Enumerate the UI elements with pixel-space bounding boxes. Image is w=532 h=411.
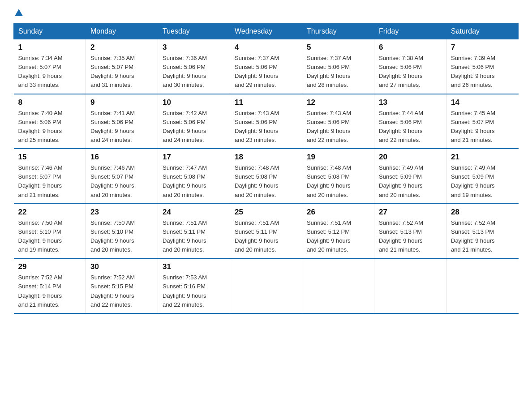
- day-number: 15: [18, 153, 82, 162]
- day-number: 13: [379, 98, 442, 107]
- day-cell: 10 Sunrise: 7:42 AM Sunset: 5:06 PM Dayl…: [158, 94, 230, 149]
- day-number: 30: [90, 262, 153, 271]
- week-row-5: 29 Sunrise: 7:52 AM Sunset: 5:14 PM Dayl…: [14, 258, 519, 313]
- page-header: [13, 9, 519, 16]
- day-number: 7: [451, 43, 514, 52]
- day-cell: 18 Sunrise: 7:48 AM Sunset: 5:08 PM Dayl…: [230, 149, 302, 204]
- day-info: Sunrise: 7:52 AM Sunset: 5:15 PM Dayligh…: [90, 273, 153, 309]
- day-info: Sunrise: 7:37 AM Sunset: 5:06 PM Dayligh…: [235, 54, 297, 90]
- header-saturday: Saturday: [446, 24, 519, 39]
- day-info: Sunrise: 7:43 AM Sunset: 5:06 PM Dayligh…: [307, 109, 369, 145]
- day-cell: 25 Sunrise: 7:51 AM Sunset: 5:11 PM Dayl…: [230, 204, 302, 259]
- day-cell: 20 Sunrise: 7:49 AM Sunset: 5:09 PM Dayl…: [374, 149, 446, 204]
- day-cell: 30 Sunrise: 7:52 AM Sunset: 5:15 PM Dayl…: [86, 258, 158, 313]
- day-number: 26: [307, 208, 369, 217]
- day-info: Sunrise: 7:45 AM Sunset: 5:07 PM Dayligh…: [451, 109, 514, 145]
- day-number: 29: [18, 262, 82, 271]
- day-cell: 2 Sunrise: 7:35 AM Sunset: 5:07 PM Dayli…: [86, 39, 158, 94]
- day-cell: 7 Sunrise: 7:39 AM Sunset: 5:06 PM Dayli…: [446, 39, 519, 94]
- day-cell: 11 Sunrise: 7:43 AM Sunset: 5:06 PM Dayl…: [230, 94, 302, 149]
- day-number: 23: [90, 208, 153, 217]
- day-info: Sunrise: 7:52 AM Sunset: 5:13 PM Dayligh…: [451, 218, 514, 255]
- day-number: 27: [379, 208, 442, 217]
- header-sunday: Sunday: [14, 24, 86, 39]
- day-cell: [230, 258, 302, 313]
- day-info: Sunrise: 7:43 AM Sunset: 5:06 PM Dayligh…: [235, 109, 297, 145]
- day-number: 17: [163, 153, 225, 162]
- day-number: 28: [451, 208, 514, 217]
- header-wednesday: Wednesday: [230, 24, 302, 39]
- day-info: Sunrise: 7:51 AM Sunset: 5:11 PM Dayligh…: [163, 218, 225, 255]
- day-cell: 6 Sunrise: 7:38 AM Sunset: 5:06 PM Dayli…: [374, 39, 446, 94]
- week-row-1: 1 Sunrise: 7:34 AM Sunset: 5:07 PM Dayli…: [14, 39, 519, 94]
- day-cell: 9 Sunrise: 7:41 AM Sunset: 5:06 PM Dayli…: [86, 94, 158, 149]
- day-cell: 12 Sunrise: 7:43 AM Sunset: 5:06 PM Dayl…: [302, 94, 374, 149]
- day-cell: [374, 258, 446, 313]
- header-monday: Monday: [86, 24, 158, 39]
- day-cell: 15 Sunrise: 7:46 AM Sunset: 5:07 PM Dayl…: [14, 149, 86, 204]
- day-cell: 16 Sunrise: 7:46 AM Sunset: 5:07 PM Dayl…: [86, 149, 158, 204]
- day-number: 5: [307, 43, 369, 52]
- logo: [13, 9, 23, 16]
- day-number: 2: [90, 43, 153, 52]
- week-row-3: 15 Sunrise: 7:46 AM Sunset: 5:07 PM Dayl…: [14, 149, 519, 204]
- day-cell: 22 Sunrise: 7:50 AM Sunset: 5:10 PM Dayl…: [14, 204, 86, 259]
- day-info: Sunrise: 7:37 AM Sunset: 5:06 PM Dayligh…: [307, 54, 369, 90]
- day-info: Sunrise: 7:49 AM Sunset: 5:09 PM Dayligh…: [379, 163, 442, 200]
- day-info: Sunrise: 7:48 AM Sunset: 5:08 PM Dayligh…: [307, 163, 369, 200]
- day-info: Sunrise: 7:36 AM Sunset: 5:06 PM Dayligh…: [163, 54, 225, 90]
- week-row-2: 8 Sunrise: 7:40 AM Sunset: 5:06 PM Dayli…: [14, 94, 519, 149]
- day-info: Sunrise: 7:42 AM Sunset: 5:06 PM Dayligh…: [163, 109, 225, 145]
- day-info: Sunrise: 7:40 AM Sunset: 5:06 PM Dayligh…: [18, 109, 82, 145]
- day-info: Sunrise: 7:39 AM Sunset: 5:06 PM Dayligh…: [451, 54, 514, 90]
- day-info: Sunrise: 7:52 AM Sunset: 5:13 PM Dayligh…: [379, 218, 442, 255]
- day-number: 16: [90, 153, 153, 162]
- day-info: Sunrise: 7:51 AM Sunset: 5:11 PM Dayligh…: [235, 218, 297, 255]
- day-info: Sunrise: 7:48 AM Sunset: 5:08 PM Dayligh…: [235, 163, 297, 200]
- day-number: 18: [235, 153, 297, 162]
- day-number: 10: [163, 98, 225, 107]
- day-cell: 3 Sunrise: 7:36 AM Sunset: 5:06 PM Dayli…: [158, 39, 230, 94]
- day-number: 14: [451, 98, 514, 107]
- day-number: 24: [163, 208, 225, 217]
- day-number: 25: [235, 208, 297, 217]
- day-info: Sunrise: 7:50 AM Sunset: 5:10 PM Dayligh…: [18, 218, 82, 255]
- day-info: Sunrise: 7:44 AM Sunset: 5:06 PM Dayligh…: [379, 109, 442, 145]
- day-cell: [446, 258, 519, 313]
- day-cell: 27 Sunrise: 7:52 AM Sunset: 5:13 PM Dayl…: [374, 204, 446, 259]
- calendar-header: SundayMondayTuesdayWednesdayThursdayFrid…: [14, 24, 519, 39]
- day-cell: 1 Sunrise: 7:34 AM Sunset: 5:07 PM Dayli…: [14, 39, 86, 94]
- day-cell: 19 Sunrise: 7:48 AM Sunset: 5:08 PM Dayl…: [302, 149, 374, 204]
- header-row: SundayMondayTuesdayWednesdayThursdayFrid…: [14, 24, 519, 39]
- day-info: Sunrise: 7:34 AM Sunset: 5:07 PM Dayligh…: [18, 54, 82, 90]
- day-number: 6: [379, 43, 442, 52]
- day-number: 21: [451, 153, 514, 162]
- week-row-4: 22 Sunrise: 7:50 AM Sunset: 5:10 PM Dayl…: [14, 204, 519, 259]
- day-number: 1: [18, 43, 82, 52]
- header-thursday: Thursday: [302, 24, 374, 39]
- day-info: Sunrise: 7:47 AM Sunset: 5:08 PM Dayligh…: [163, 163, 225, 200]
- header-friday: Friday: [374, 24, 446, 39]
- day-info: Sunrise: 7:52 AM Sunset: 5:14 PM Dayligh…: [18, 273, 82, 309]
- logo-triangle-icon: [15, 9, 23, 16]
- day-number: 22: [18, 208, 82, 217]
- day-cell: 21 Sunrise: 7:49 AM Sunset: 5:09 PM Dayl…: [446, 149, 519, 204]
- day-info: Sunrise: 7:38 AM Sunset: 5:06 PM Dayligh…: [379, 54, 442, 90]
- day-cell: 14 Sunrise: 7:45 AM Sunset: 5:07 PM Dayl…: [446, 94, 519, 149]
- day-info: Sunrise: 7:35 AM Sunset: 5:07 PM Dayligh…: [90, 54, 153, 90]
- calendar-body: 1 Sunrise: 7:34 AM Sunset: 5:07 PM Dayli…: [14, 39, 519, 313]
- day-number: 9: [90, 98, 153, 107]
- day-cell: [302, 258, 374, 313]
- day-number: 19: [307, 153, 369, 162]
- day-number: 20: [379, 153, 442, 162]
- day-info: Sunrise: 7:41 AM Sunset: 5:06 PM Dayligh…: [90, 109, 153, 145]
- day-info: Sunrise: 7:46 AM Sunset: 5:07 PM Dayligh…: [90, 163, 153, 200]
- day-info: Sunrise: 7:46 AM Sunset: 5:07 PM Dayligh…: [18, 163, 82, 200]
- day-cell: 28 Sunrise: 7:52 AM Sunset: 5:13 PM Dayl…: [446, 204, 519, 259]
- day-cell: 8 Sunrise: 7:40 AM Sunset: 5:06 PM Dayli…: [14, 94, 86, 149]
- day-info: Sunrise: 7:49 AM Sunset: 5:09 PM Dayligh…: [451, 163, 514, 200]
- header-tuesday: Tuesday: [158, 24, 230, 39]
- day-info: Sunrise: 7:50 AM Sunset: 5:10 PM Dayligh…: [90, 218, 153, 255]
- day-cell: 4 Sunrise: 7:37 AM Sunset: 5:06 PM Dayli…: [230, 39, 302, 94]
- day-number: 4: [235, 43, 297, 52]
